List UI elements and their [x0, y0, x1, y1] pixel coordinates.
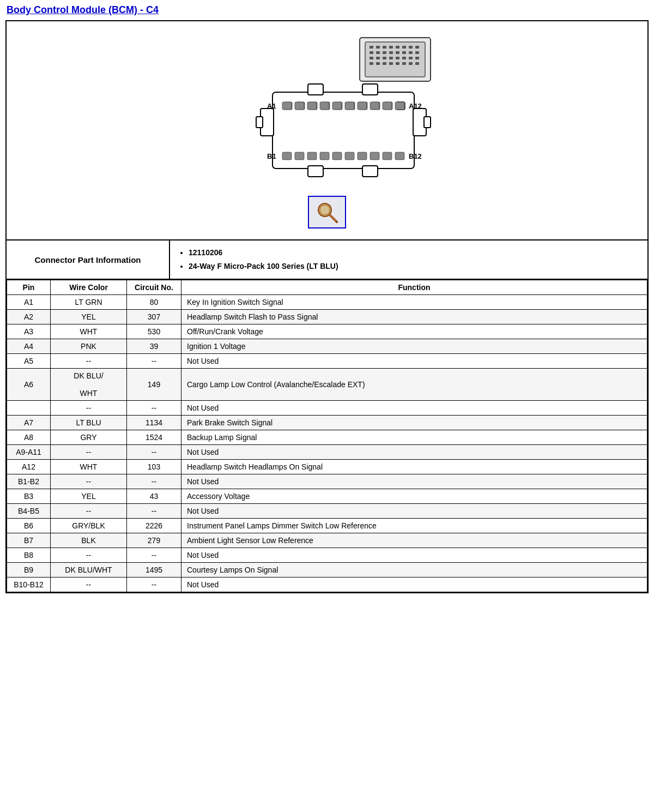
svg-rect-64: [383, 102, 392, 110]
svg-rect-67: [282, 152, 292, 160]
main-container: A1 A12 B1 B12 Connector Part Information…: [5, 20, 649, 593]
cell-wire: BLK: [51, 533, 127, 548]
svg-rect-63: [370, 102, 379, 110]
page-title: Body Control Module (BCM) - C4: [0, 0, 654, 20]
table-row: ----Not Used: [7, 401, 647, 416]
cell-function: Not Used: [181, 445, 647, 460]
table-row: B3YEL43Accessory Voltage: [7, 489, 647, 504]
cell-pin: A5: [7, 354, 51, 369]
svg-rect-15: [402, 51, 406, 54]
svg-rect-40: [256, 117, 263, 128]
cell-circuit: 530: [127, 324, 181, 339]
cell-pin: A2: [7, 310, 51, 324]
svg-rect-16: [409, 51, 413, 54]
svg-rect-33: [415, 62, 419, 65]
cell-circuit: --: [127, 401, 181, 416]
cell-function: Not Used: [181, 548, 647, 563]
cell-pin: A8: [7, 430, 51, 445]
cell-circuit: --: [127, 445, 181, 460]
cell-pin: [7, 401, 51, 416]
cell-function: Not Used: [181, 578, 647, 592]
svg-rect-20: [383, 57, 386, 59]
svg-rect-27: [376, 62, 380, 65]
svg-rect-28: [383, 62, 386, 65]
table-row: A7LT BLU1134Park Brake Switch Signal: [7, 416, 647, 430]
header-pin: Pin: [7, 280, 51, 295]
svg-rect-3: [376, 46, 380, 49]
cell-circuit: --: [127, 578, 181, 592]
cell-function: Not Used: [181, 504, 647, 519]
cell-pin: B6: [7, 519, 51, 533]
svg-rect-35: [308, 84, 323, 95]
table-row: A3WHT530Off/Run/Crank Voltage: [7, 324, 647, 339]
cell-circuit: --: [127, 474, 181, 489]
svg-rect-23: [402, 57, 406, 59]
cell-function: Off/Run/Crank Voltage: [181, 324, 647, 339]
part-description: 24-Way F Micro-Pack 100 Series (LT BLU): [189, 260, 640, 273]
cell-circuit: 80: [127, 295, 181, 310]
cell-function: Accessory Voltage: [181, 489, 647, 504]
magnify-icon[interactable]: [308, 196, 346, 228]
cell-wire: --: [51, 504, 127, 519]
svg-rect-75: [383, 152, 392, 160]
table-row: A9-A11----Not Used: [7, 445, 647, 460]
svg-rect-60: [332, 102, 342, 110]
cell-wire: --: [51, 548, 127, 563]
svg-text:A12: A12: [409, 102, 422, 110]
header-circuit: Circuit No.: [127, 280, 181, 295]
table-row: B10-B12----Not Used: [7, 578, 647, 592]
table-row: B6GRY/BLK2226Instrument Panel Lamps Dimm…: [7, 519, 647, 533]
svg-rect-12: [383, 51, 386, 54]
svg-rect-59: [320, 102, 329, 110]
svg-rect-68: [295, 152, 304, 160]
cell-function: Key In Ignition Switch Signal: [181, 295, 647, 310]
svg-rect-24: [409, 57, 413, 59]
cell-circuit: 43: [127, 489, 181, 504]
svg-rect-61: [345, 102, 354, 110]
cell-circuit: 279: [127, 533, 181, 548]
table-row: A6DK BLU/WHT149Cargo Lamp Low Control (A…: [7, 369, 647, 401]
connector-diagram: A1 A12 B1 B12: [213, 32, 441, 190]
svg-text:B1: B1: [267, 152, 276, 160]
part-number: 12110206: [189, 246, 640, 260]
cell-pin: B9: [7, 563, 51, 578]
svg-rect-30: [396, 62, 399, 65]
cell-wire: WHT: [51, 460, 127, 474]
cell-pin: B4-B5: [7, 504, 51, 519]
cell-function: Ambient Light Sensor Low Reference: [181, 533, 647, 548]
cell-circuit: 103: [127, 460, 181, 474]
cell-wire: WHT: [51, 324, 127, 339]
cell-function: Headlamp Switch Headlamps On Signal: [181, 460, 647, 474]
svg-rect-13: [389, 51, 393, 54]
cell-pin: B10-B12: [7, 578, 51, 592]
svg-rect-36: [362, 84, 378, 95]
svg-rect-71: [332, 152, 342, 160]
svg-rect-6: [396, 46, 399, 49]
svg-rect-37: [308, 166, 323, 177]
svg-rect-26: [370, 62, 373, 65]
svg-rect-38: [362, 166, 378, 177]
cell-circuit: 307: [127, 310, 181, 324]
cell-function: Not Used: [181, 401, 647, 416]
cell-circuit: --: [127, 548, 181, 563]
cell-function: Not Used: [181, 474, 647, 489]
cell-circuit: --: [127, 504, 181, 519]
cell-function: Courtesy Lamps On Signal: [181, 563, 647, 578]
cell-pin: A4: [7, 339, 51, 354]
svg-rect-58: [307, 102, 317, 110]
cell-pin: A12: [7, 460, 51, 474]
svg-rect-73: [358, 152, 367, 160]
cell-function: Instrument Panel Lamps Dimmer Switch Low…: [181, 519, 647, 533]
svg-rect-7: [402, 46, 406, 49]
svg-rect-11: [376, 51, 380, 54]
table-row: A1LT GRN80Key In Ignition Switch Signal: [7, 295, 647, 310]
connector-part-info: 12110206 24-Way F Micro-Pack 100 Series …: [170, 240, 647, 279]
svg-rect-8: [409, 46, 413, 49]
cell-wire: DK BLU/WHT: [51, 369, 127, 401]
table-row: B1-B2----Not Used: [7, 474, 647, 489]
table-row: A4PNK39Ignition 1 Voltage: [7, 339, 647, 354]
cell-pin: B7: [7, 533, 51, 548]
svg-rect-21: [389, 57, 393, 59]
svg-rect-70: [320, 152, 329, 160]
cell-pin: A9-A11: [7, 445, 51, 460]
